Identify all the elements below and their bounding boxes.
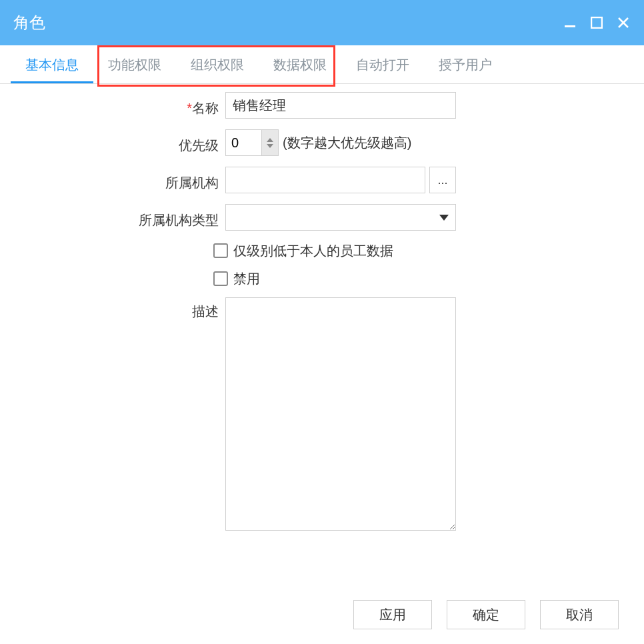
tab-data[interactable]: 数据权限 [259, 45, 341, 83]
tab-basic[interactable]: 基本信息 [11, 45, 93, 83]
caret-down-icon [439, 215, 449, 221]
close-button[interactable] [616, 15, 631, 30]
priority-input[interactable] [225, 129, 261, 156]
tab-func[interactable]: 功能权限 [93, 45, 176, 83]
window-title: 角色 [13, 12, 563, 33]
priority-hint: (数字越大优先级越高) [283, 134, 411, 152]
priority-label: 优先级 [12, 131, 225, 155]
titlebar: 角色 [0, 0, 644, 45]
tab-org[interactable]: 组织权限 [176, 45, 259, 83]
apply-button[interactable]: 应用 [353, 600, 432, 629]
svg-rect-0 [565, 25, 575, 27]
required-mark: * [187, 101, 192, 115]
org-type-value [233, 211, 439, 224]
lower-only-checkbox[interactable] [213, 243, 228, 258]
form-area: *名称 优先级 (数字越大优先级越高) 所属机构 [0, 84, 644, 595]
org-label: 所属机构 [12, 169, 225, 192]
maximize-button[interactable] [589, 15, 604, 30]
org-browse-button[interactable]: ... [429, 167, 456, 193]
minimize-button[interactable] [563, 15, 577, 30]
org-type-select[interactable] [225, 204, 456, 231]
window-controls [563, 15, 631, 30]
name-label: *名称 [12, 94, 225, 117]
name-input[interactable] [225, 92, 456, 119]
chevron-down-icon [267, 144, 273, 148]
dialog-footer: 应用 确定 取消 [0, 595, 644, 644]
priority-stepper[interactable] [261, 129, 279, 156]
desc-textarea[interactable] [225, 297, 456, 531]
org-type-label: 所属机构类型 [12, 206, 225, 229]
lower-only-label[interactable]: 仅级别低于本人的员工数据 [233, 242, 393, 260]
tab-bar: 基本信息 功能权限 组织权限 数据权限 自动打开 授予用户 [0, 45, 644, 84]
desc-label: 描述 [12, 297, 225, 321]
chevron-up-icon [267, 138, 273, 142]
name-label-text: 名称 [192, 101, 219, 115]
tab-auto[interactable]: 自动打开 [341, 45, 424, 83]
cancel-button[interactable]: 取消 [540, 600, 619, 629]
disabled-label[interactable]: 禁用 [233, 270, 260, 288]
tab-grant[interactable]: 授予用户 [424, 45, 507, 83]
ok-button[interactable]: 确定 [447, 600, 525, 629]
disabled-checkbox[interactable] [213, 271, 228, 286]
svg-rect-1 [591, 17, 602, 28]
role-dialog: 角色 基本信息 功能权限 组织权限 数据权限 自动打开 授予用户 *名称 [0, 0, 644, 644]
org-input[interactable] [225, 167, 425, 193]
